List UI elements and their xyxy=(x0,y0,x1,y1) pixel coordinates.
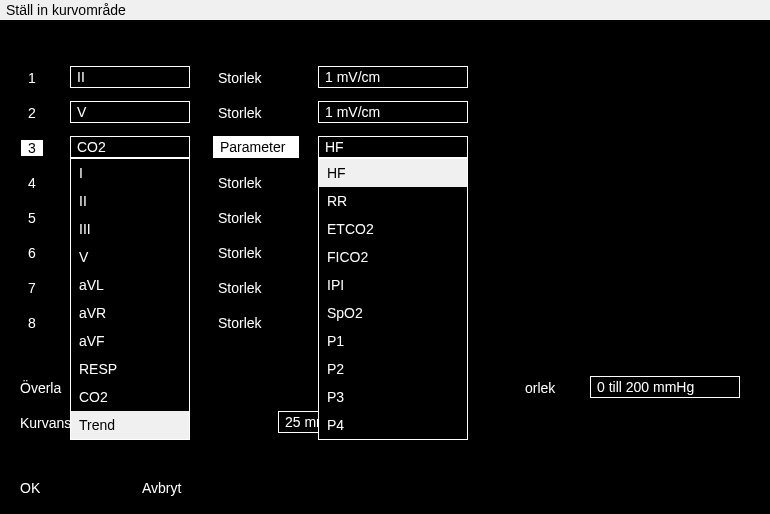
row-num-2[interactable]: 2 xyxy=(28,105,48,121)
parameter-value-3: HF xyxy=(325,139,344,155)
cancel-button[interactable]: Avbryt xyxy=(142,480,181,496)
waveform-dropdown-item[interactable]: CO2 xyxy=(71,383,189,411)
waveform-select-1[interactable]: II xyxy=(70,66,190,88)
waveform-dropdown-item[interactable]: aVL xyxy=(71,271,189,299)
row-num-6[interactable]: 6 xyxy=(28,245,48,261)
size-value-2: 1 mV/cm xyxy=(325,104,380,120)
row-num-5[interactable]: 5 xyxy=(28,210,48,226)
title-text: Ställ in kurvområde xyxy=(6,2,126,18)
overlap-size-select[interactable]: 0 till 200 mmHg xyxy=(590,376,740,398)
waveform-dropdown-item[interactable]: I xyxy=(71,159,189,187)
waveform-select-3[interactable]: CO2 xyxy=(70,136,190,158)
title-bar: Ställ in kurvområde xyxy=(0,0,770,20)
size-label-1: Storlek xyxy=(218,70,262,86)
size-label-2: Storlek xyxy=(218,105,262,121)
parameter-dropdown[interactable]: HFRRETCO2FICO2IPISpO2P1P2P3P4 xyxy=(318,158,468,440)
parameter-dropdown-item[interactable]: P2 xyxy=(319,355,467,383)
parameter-dropdown-item[interactable]: IPI xyxy=(319,271,467,299)
waveform-dropdown-item[interactable]: RESP xyxy=(71,355,189,383)
size-select-1[interactable]: 1 mV/cm xyxy=(318,66,468,88)
size-value-1: 1 mV/cm xyxy=(325,69,380,85)
size-label-7: Storlek xyxy=(218,280,262,296)
size-select-2[interactable]: 1 mV/cm xyxy=(318,101,468,123)
parameter-dropdown-item[interactable]: P4 xyxy=(319,411,467,439)
waveform-dropdown-item[interactable]: II xyxy=(71,187,189,215)
row-num-3[interactable]: 3 xyxy=(21,140,43,156)
parameter-dropdown-item[interactable]: SpO2 xyxy=(319,299,467,327)
waveform-value-3: CO2 xyxy=(77,139,106,155)
parameter-select-3[interactable]: HF xyxy=(318,136,468,158)
row-num-8[interactable]: 8 xyxy=(28,315,48,331)
size-label-6: Storlek xyxy=(218,245,262,261)
dialog-content: 1 2 3 4 5 6 7 8 II V CO2 Storlek Storlek… xyxy=(0,20,770,514)
parameter-dropdown-item[interactable]: HF xyxy=(319,159,467,187)
parameter-dropdown-item[interactable]: P3 xyxy=(319,383,467,411)
parameter-dropdown-item[interactable]: FICO2 xyxy=(319,243,467,271)
waveform-value-2: V xyxy=(77,104,86,120)
waveform-dropdown-item[interactable]: III xyxy=(71,215,189,243)
parameter-label-button[interactable]: Parameter xyxy=(213,136,299,158)
overlap-size-label: orlek xyxy=(525,380,555,396)
overlap-size-value: 0 till 200 mmHg xyxy=(597,379,694,395)
waveform-select-2[interactable]: V xyxy=(70,101,190,123)
size-label-4: Storlek xyxy=(218,175,262,191)
size-label-5: Storlek xyxy=(218,210,262,226)
waveform-value-1: II xyxy=(77,69,85,85)
waveform-dropdown-item[interactable]: Trend xyxy=(71,411,189,439)
size-label-8: Storlek xyxy=(218,315,262,331)
row-num-1[interactable]: 1 xyxy=(28,70,48,86)
waveform-dropdown-item[interactable]: aVR xyxy=(71,299,189,327)
row-num-4[interactable]: 4 xyxy=(28,175,48,191)
parameter-label-text: Parameter xyxy=(220,139,285,155)
parameter-dropdown-item[interactable]: RR xyxy=(319,187,467,215)
row-num-7[interactable]: 7 xyxy=(28,280,48,296)
overlap-label: Överla xyxy=(20,380,61,396)
ok-button[interactable]: OK xyxy=(20,480,40,496)
waveform-dropdown-item[interactable]: V xyxy=(71,243,189,271)
waveform-dropdown[interactable]: IIIIIIVaVLaVRaVFRESPCO2Trend xyxy=(70,158,190,440)
parameter-dropdown-item[interactable]: P1 xyxy=(319,327,467,355)
parameter-dropdown-item[interactable]: ETCO2 xyxy=(319,215,467,243)
waveform-dropdown-item[interactable]: aVF xyxy=(71,327,189,355)
